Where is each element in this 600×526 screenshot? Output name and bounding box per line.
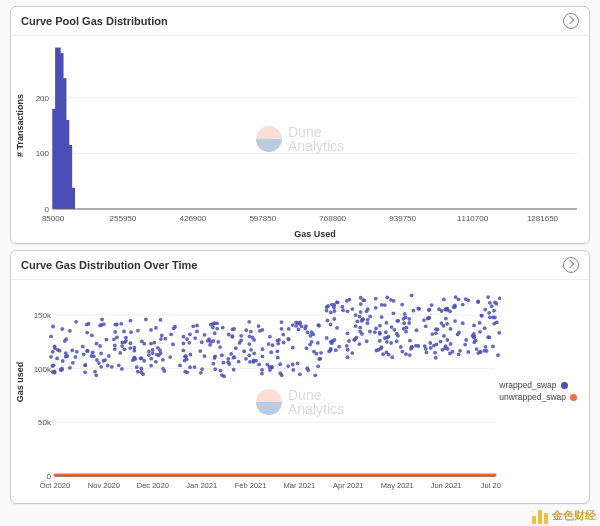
- svg-point-262: [260, 368, 264, 372]
- svg-point-489: [464, 297, 468, 301]
- attribution-text: 金色财经: [552, 508, 596, 523]
- svg-point-257: [247, 320, 251, 324]
- svg-point-55: [74, 355, 78, 359]
- svg-point-161: [129, 330, 133, 334]
- svg-point-524: [484, 345, 488, 349]
- svg-point-339: [365, 339, 369, 343]
- svg-point-122: [118, 351, 122, 355]
- svg-point-507: [443, 346, 447, 350]
- svg-point-83: [99, 365, 103, 369]
- expand-icon[interactable]: [563, 13, 579, 29]
- svg-point-157: [162, 369, 166, 373]
- svg-point-70: [59, 368, 63, 372]
- svg-point-515: [497, 331, 501, 335]
- svg-point-532: [485, 349, 489, 353]
- svg-point-336: [354, 313, 358, 317]
- svg-point-312: [317, 357, 321, 361]
- svg-point-72: [63, 339, 67, 343]
- svg-point-104: [81, 345, 85, 349]
- svg-point-236: [229, 352, 233, 356]
- svg-point-258: [268, 368, 272, 372]
- svg-point-514: [492, 309, 496, 313]
- svg-point-426: [373, 330, 377, 334]
- svg-point-319: [282, 341, 286, 345]
- svg-point-100: [113, 347, 117, 351]
- svg-point-166: [147, 350, 151, 354]
- svg-point-153: [149, 328, 153, 332]
- svg-point-255: [254, 359, 258, 363]
- svg-point-79: [100, 318, 104, 322]
- svg-point-174: [195, 329, 199, 333]
- svg-point-188: [185, 337, 189, 341]
- svg-point-57: [51, 350, 55, 354]
- svg-point-458: [442, 298, 446, 302]
- svg-point-432: [383, 336, 387, 340]
- svg-point-132: [129, 341, 133, 345]
- svg-text:50k: 50k: [38, 418, 52, 427]
- svg-point-377: [326, 319, 330, 323]
- svg-point-151: [149, 357, 153, 361]
- svg-point-65: [60, 327, 64, 331]
- svg-point-436: [393, 328, 397, 332]
- svg-point-159: [161, 358, 165, 362]
- svg-text:1281650: 1281650: [527, 214, 559, 223]
- svg-point-548: [486, 335, 490, 339]
- legend-dot-icon: [561, 382, 568, 389]
- card-header: Curve Gas Distribution Over Time: [11, 251, 589, 280]
- svg-point-290: [312, 350, 316, 354]
- svg-point-204: [185, 370, 189, 374]
- svg-point-281: [286, 364, 290, 368]
- svg-point-265: [261, 347, 265, 351]
- svg-point-96: [98, 324, 102, 328]
- svg-point-384: [329, 311, 333, 315]
- svg-point-289: [280, 320, 284, 324]
- svg-point-541: [486, 295, 490, 299]
- svg-point-516: [492, 322, 496, 326]
- svg-point-113: [115, 335, 119, 339]
- svg-point-217: [182, 335, 186, 339]
- svg-point-455: [446, 338, 450, 342]
- svg-point-380: [358, 315, 362, 319]
- svg-point-199: [198, 349, 202, 353]
- svg-point-427: [402, 321, 406, 325]
- svg-point-293: [281, 333, 285, 337]
- expand-icon[interactable]: [563, 257, 579, 273]
- svg-point-244: [260, 372, 264, 376]
- svg-point-363: [330, 341, 334, 345]
- svg-point-233: [242, 349, 246, 353]
- svg-text:Gas used: Gas used: [15, 362, 25, 403]
- svg-point-383: [332, 317, 336, 321]
- svg-text:100k: 100k: [34, 365, 52, 374]
- svg-point-160: [151, 348, 155, 352]
- svg-point-538: [483, 308, 487, 312]
- svg-point-168: [155, 353, 159, 357]
- svg-point-479: [436, 328, 440, 332]
- svg-point-158: [141, 372, 145, 376]
- svg-point-448: [445, 322, 449, 326]
- svg-point-463: [429, 346, 433, 350]
- svg-point-422: [374, 326, 378, 330]
- svg-point-320: [300, 324, 304, 328]
- svg-rect-20: [69, 188, 75, 209]
- svg-text:Gas Used: Gas Used: [294, 229, 336, 239]
- svg-point-395: [384, 330, 388, 334]
- svg-point-308: [316, 341, 320, 345]
- svg-point-259: [270, 365, 274, 369]
- svg-point-183: [220, 353, 224, 357]
- svg-text:255950: 255950: [110, 214, 137, 223]
- svg-point-368: [359, 296, 363, 300]
- svg-point-315: [291, 323, 295, 327]
- svg-point-129: [154, 360, 158, 364]
- svg-text:150k: 150k: [34, 311, 52, 320]
- svg-point-103: [85, 331, 89, 335]
- svg-point-423: [412, 309, 416, 313]
- svg-point-275: [306, 331, 310, 335]
- svg-point-205: [182, 341, 186, 345]
- svg-point-111: [92, 354, 96, 358]
- svg-point-501: [424, 324, 428, 328]
- svg-point-87: [82, 352, 86, 356]
- svg-point-219: [213, 356, 217, 360]
- svg-point-95: [117, 363, 121, 367]
- svg-point-454: [442, 324, 446, 328]
- svg-point-301: [310, 340, 314, 344]
